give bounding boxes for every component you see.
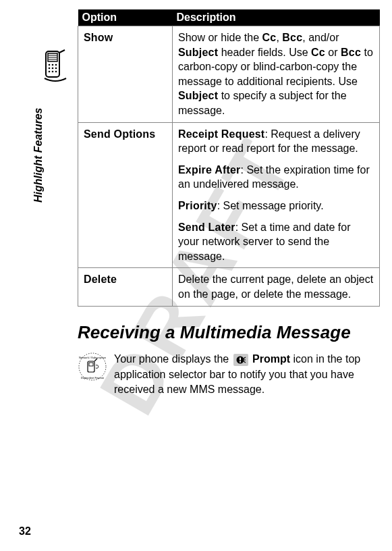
svg-rect-22: [240, 361, 241, 363]
term-expire-after: Expire After: [178, 164, 241, 176]
term-cc: Cc: [262, 32, 277, 43]
table-header-row: Option Description: [78, 9, 380, 26]
text: Show or hide the: [178, 32, 262, 43]
option-show: Show: [84, 32, 113, 43]
svg-rect-21: [240, 358, 241, 361]
text: header fields. Use: [218, 47, 311, 58]
desc-delete: Delete the current page, delete an objec…: [173, 268, 380, 306]
term-bcc: Bcc: [282, 32, 302, 43]
network-feature-icon: Network / Subscription Dependent Feature: [78, 352, 107, 382]
term-subject: Subject: [178, 90, 218, 101]
text: , and/or: [302, 32, 339, 43]
svg-point-7: [55, 64, 57, 66]
svg-point-12: [52, 71, 54, 73]
table-row: Send Options Receipt Request: Request a …: [78, 122, 380, 268]
page-content: Highlight Features Option Description: [0, 0, 392, 551]
svg-text:Network / Subscription: Network / Subscription: [79, 356, 106, 359]
term-subject: Subject: [178, 47, 218, 58]
prompt-icon: [233, 354, 248, 366]
svg-rect-18: [89, 363, 93, 366]
page-number: 32: [19, 525, 31, 537]
term-bcc: Bcc: [341, 47, 361, 58]
phone-icon: [42, 49, 69, 84]
option-delete: Delete: [84, 273, 117, 285]
term-prompt: Prompt: [252, 353, 290, 365]
text: : Set message priority.: [217, 200, 324, 211]
options-table: Option Description Show Show or hide the…: [78, 9, 380, 307]
desc-show: Show or hide the Cc, Bcc, and/or Subject…: [173, 26, 380, 123]
text: or: [325, 47, 341, 58]
desc-send-options: Receipt Request: Request a delivery repo…: [173, 122, 380, 268]
svg-point-6: [52, 64, 54, 66]
term-cc: Cc: [311, 47, 325, 58]
text: ,: [276, 32, 282, 43]
table-row: Show Show or hide the Cc, Bcc, and/or Su…: [78, 26, 380, 123]
option-send-options: Send Options: [84, 128, 155, 140]
paragraph: Your phone displays the Prompt icon in t…: [114, 352, 380, 397]
term-priority: Priority: [178, 200, 217, 211]
table-row: Delete Delete the current page, delete a…: [78, 268, 380, 306]
term-send-later: Send Later: [178, 221, 235, 233]
svg-point-10: [55, 68, 57, 70]
section-heading: Receiving a Multimedia Message: [78, 323, 380, 343]
svg-point-5: [49, 64, 51, 66]
svg-point-9: [52, 68, 54, 70]
text: Your phone displays the: [114, 353, 232, 365]
svg-point-8: [49, 68, 51, 70]
header-description: Description: [173, 9, 380, 26]
svg-text:Dependent Feature: Dependent Feature: [81, 376, 105, 379]
svg-point-13: [55, 71, 57, 73]
side-section-label: Highlight Features: [32, 108, 45, 203]
term-receipt-request: Receipt Request: [178, 128, 264, 140]
header-option: Option: [78, 9, 173, 26]
svg-point-11: [49, 71, 51, 73]
